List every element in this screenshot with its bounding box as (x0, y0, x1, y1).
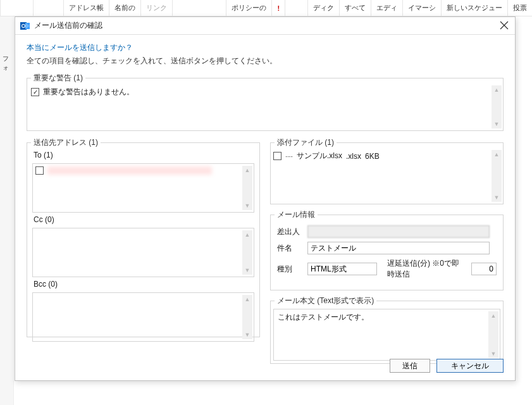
mail-info-group: メール情報 差出人 件名 種別 遅延送信(分) (270, 209, 504, 290)
warning-checkbox[interactable] (31, 88, 39, 96)
cc-label: Cc (0) (32, 215, 254, 225)
mail-body-legend: メール本文 (Text形式で表示) (275, 296, 376, 306)
scrollbar[interactable]: ▲▼ (492, 150, 502, 202)
delay-label: 遅延送信(分) ※0で即時送信 (387, 258, 466, 280)
warnings-group: 重要な警告 (1) 重要な警告はありません。 ▲▼ (27, 73, 504, 131)
mail-body-box: これはテストメールです。 ▲▼ (273, 309, 500, 361)
warnings-legend: 重要な警告 (1) (31, 73, 85, 84)
close-icon[interactable] (500, 21, 510, 31)
ribbon-background: アドレス帳 名前の リンク ポリシーの ! ディク すべて エディ イマーシ 新… (0, 0, 532, 16)
to-item-checkbox[interactable] (35, 166, 44, 175)
scrollbar[interactable]: ▲▼ (242, 230, 252, 275)
to-label: To (1) (32, 151, 254, 161)
to-address-redacted (47, 166, 212, 175)
attachment-size: 6KB (365, 152, 380, 161)
dialog-titlebar: メール送信前の確認 (15, 17, 515, 35)
attachments-legend: 添付ファイル (1) (275, 137, 337, 148)
attachments-group: 添付ファイル (1) --- サンプル.xlsx .xlsx 6KB ▲▼ (270, 137, 504, 204)
warning-text: 重要な警告はありません。 (43, 87, 134, 97)
from-field[interactable] (307, 225, 490, 238)
bcc-listbox: ▲▼ (32, 292, 254, 342)
attachment-checkbox[interactable] (273, 152, 281, 160)
type-field[interactable] (307, 263, 377, 275)
mail-confirm-dialog: メール送信前の確認 本当にメールを送信しますか？ 全ての項目を確認し、チェックを… (15, 16, 516, 381)
attachment-ext: .xlsx (346, 152, 361, 161)
left-rail-background: フォ (0, 16, 14, 405)
cc-listbox: ▲▼ (32, 228, 254, 277)
outlook-icon (20, 21, 30, 31)
svg-point-3 (22, 25, 25, 27)
intro-instruction: 全ての項目を確認し、チェックを入れて、送信ボタンを押してください。 (27, 56, 504, 66)
attachment-item: --- サンプル.xlsx .xlsx 6KB (273, 151, 489, 161)
addresses-group: 送信先アドレス (1) To (1) ▲▼ Cc (0) ▲▼ (27, 137, 260, 337)
warning-item: 重要な警告はありません。 (31, 87, 489, 97)
bcc-label: Bcc (0) (32, 280, 254, 290)
scrollbar[interactable]: ▲▼ (488, 311, 498, 358)
to-listbox: ▲▼ (32, 163, 254, 213)
cancel-button[interactable]: キャンセル (436, 359, 504, 373)
send-button[interactable]: 送信 (390, 359, 430, 373)
mail-info-legend: メール情報 (275, 209, 318, 220)
dialog-title: メール送信前の確認 (34, 20, 500, 31)
subject-label: 件名 (277, 243, 302, 254)
mail-body-group: メール本文 (Text形式で表示) これはテストメールです。 ▲▼ (270, 296, 504, 364)
addresses-legend: 送信先アドレス (1) (31, 137, 101, 148)
from-label: 差出人 (277, 227, 302, 237)
scrollbar[interactable]: ▲▼ (242, 166, 252, 210)
mail-body-text: これはテストメールです。 (278, 313, 369, 321)
scrollbar[interactable]: ▲▼ (492, 85, 502, 128)
delay-field[interactable] (471, 263, 497, 275)
scrollbar[interactable]: ▲▼ (242, 295, 252, 339)
attachment-dash: --- (285, 152, 293, 161)
attachment-name: サンプル.xlsx (297, 151, 342, 161)
to-item (35, 166, 240, 175)
type-label: 種別 (277, 264, 302, 275)
subject-field[interactable] (307, 242, 490, 254)
intro-question: 本当にメールを送信しますか？ (27, 42, 504, 53)
